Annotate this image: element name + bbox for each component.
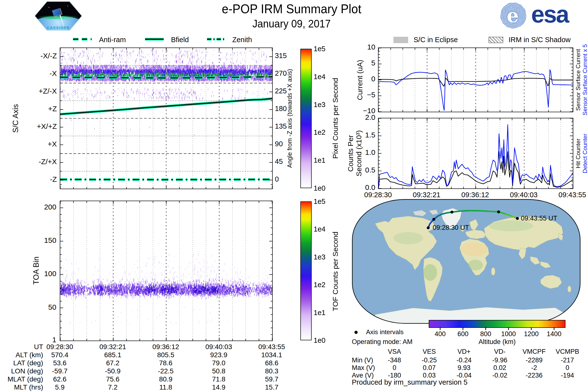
- ephemeris-value: 923.9: [197, 351, 241, 359]
- voltage-column-header: VSA: [380, 348, 409, 356]
- badge-aurora: [37, 16, 80, 18]
- tof-colorbar-tick: 1e3: [314, 253, 325, 261]
- pixel-colorbar-tick: 1e0: [314, 184, 325, 192]
- toa-tick-label: 100: [30, 270, 56, 278]
- altitude-tick-label: 1400: [542, 330, 566, 338]
- ephemeris-value: 79.0: [197, 359, 241, 367]
- counts-tick-label: 0.5: [348, 166, 375, 174]
- ephemeris-value: -22.5: [144, 367, 188, 375]
- altitude-tick-label: 400: [428, 330, 452, 338]
- angle-tick-label: 0: [275, 175, 279, 183]
- eclipse-swatch: [394, 37, 408, 43]
- ephemeris-value: 7.2: [91, 384, 135, 391]
- legend-zenith-label: Zenith: [232, 36, 252, 44]
- ephemeris-value: 09:32:21: [91, 343, 135, 351]
- detect-counter-right-label: Detect Counter: [582, 80, 588, 227]
- time-axis-label: 09:28:30: [358, 191, 398, 199]
- legend-bfield-label: Bfield: [171, 36, 189, 44]
- voltage-value: -2: [520, 364, 549, 372]
- toa-tick-label: 50: [30, 303, 56, 312]
- sc-axis-spectrogram-plot: [60, 48, 273, 189]
- altitude-colorbar: [429, 320, 566, 328]
- voltage-value: 0.07: [414, 364, 444, 372]
- current-tick-label: 10: [348, 43, 375, 51]
- ephemeris-value: 805.5: [144, 351, 188, 359]
- altitude-tick-label: 1200: [519, 330, 544, 338]
- ephemeris-value: 570.4: [38, 351, 82, 359]
- band-label-zx: +Z/-X: [5, 87, 57, 95]
- ephemeris-row-label: MLAT (deg): [0, 375, 43, 383]
- altitude-tick-label: 1000: [496, 330, 521, 338]
- tof-colorbar: [300, 202, 312, 340]
- ephemeris-value: 50.8: [197, 367, 241, 375]
- time-axis-label: 09:36:12: [456, 191, 495, 199]
- band-label-z: -Z: [5, 175, 57, 184]
- tof-colorbar-tick: 1e0: [314, 336, 325, 344]
- ephemeris-value: 1034.1: [250, 351, 294, 359]
- bfield-line-sample: [144, 36, 164, 42]
- ephemeris-value: 80.3: [250, 367, 294, 375]
- tof-colorbar-tick: 1e4: [314, 225, 325, 233]
- altitude-tick: [554, 328, 554, 330]
- time-axis-label: 09:43:55: [553, 191, 588, 199]
- pixel-colorbar-title: Pixel Counts per Second: [331, 45, 340, 192]
- toa-overlay: [60, 201, 272, 340]
- band-label-xz: +X/+Z: [5, 122, 57, 130]
- voltage-value: 0.03: [414, 372, 444, 379]
- band-label-x: +X: [5, 140, 57, 148]
- esa-globe-e: e: [507, 4, 519, 27]
- band-label-z: +Z: [5, 104, 57, 113]
- toa-tick-label: 1: [30, 336, 56, 344]
- angle-tick-label: 180: [275, 104, 287, 113]
- antiram-line-sample: [72, 36, 92, 42]
- sc-axis-overlay: [60, 48, 272, 189]
- altitude-tick: [462, 328, 463, 330]
- legend-antiram-label: Anti-ram: [99, 36, 126, 44]
- sc-axis-ylabel: S/C Axis: [11, 45, 20, 192]
- tof-colorbar-title: TOF Counts per Second: [331, 198, 340, 345]
- current-tick-label: 0: [348, 75, 375, 83]
- angle-axis-label: Angle from -Z axis (towards +X axis): [286, 45, 293, 192]
- esa-logo-globe-icon: e: [500, 2, 526, 28]
- band-label-x: -X: [5, 69, 57, 78]
- angle-tick-label: 225: [275, 87, 287, 95]
- map-end-time-label: 09:43:55 UT: [521, 214, 558, 222]
- ephemeris-value: 53.6: [38, 359, 82, 367]
- sensor-current-svg: [378, 48, 573, 112]
- toa-tick-label: 200: [30, 203, 56, 211]
- voltage-column-header: VMCPF: [520, 348, 549, 356]
- ephemeris-value: 09:40:03: [197, 343, 241, 351]
- ephemeris-value: 14.9: [197, 384, 241, 391]
- ephemeris-value: -50.9: [91, 367, 135, 375]
- voltage-value: 9.93: [449, 364, 479, 372]
- ephemeris-value: 80.9: [144, 375, 188, 383]
- ephemeris-value: 09:43:55: [250, 343, 294, 351]
- altitude-tick: [531, 328, 532, 330]
- ephemeris-value: 71.8: [197, 375, 241, 383]
- badge-earth: [21, 16, 96, 48]
- ephemeris-value: 09:28:30: [38, 343, 82, 351]
- voltage-value: -0.25: [414, 356, 444, 364]
- ephemeris-row-label: UT: [0, 343, 43, 351]
- pixel-colorbar-tick: 1e5: [314, 45, 325, 53]
- voltage-value: -0.04: [449, 372, 479, 379]
- voltage-value: 0: [380, 364, 409, 372]
- ephemeris-value: 15.7: [250, 384, 294, 391]
- ephemeris-value: 11.8: [144, 384, 188, 391]
- page: CASSIOPE e-POP IRM Summary Plot January …: [0, 0, 588, 392]
- zenith-line-sample: [206, 36, 226, 42]
- voltage-value: -194: [553, 372, 582, 379]
- voltage-value: -2236: [520, 372, 549, 379]
- ephemeris-row-label: LAT (deg): [0, 359, 43, 367]
- voltage-column-header: VD-: [485, 348, 514, 356]
- toa-tick-label: 150: [30, 236, 56, 244]
- counts-tick-label: 2.0: [348, 113, 375, 122]
- angle-tick-label: 315: [275, 52, 287, 60]
- band-label-zx: -Z/+X: [5, 158, 57, 166]
- ephemeris-value: 62.6: [38, 375, 82, 383]
- voltage-value: -0.02: [485, 372, 514, 379]
- voltage-row-label: Ave (V): [352, 372, 374, 379]
- counts-tick-label: 1.5: [348, 131, 375, 139]
- current-tick-label: −5: [348, 91, 375, 99]
- altitude-tick: [485, 328, 486, 330]
